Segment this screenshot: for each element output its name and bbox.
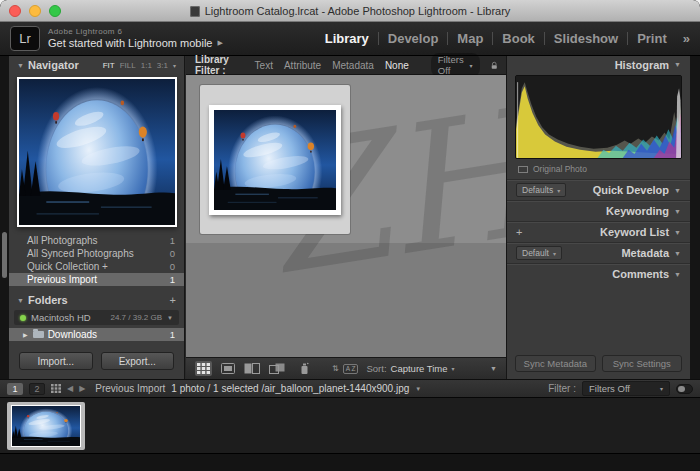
filter-preset-dropdown[interactable]: Filters Off ▾ — [431, 53, 480, 77]
filter-text[interactable]: Text — [255, 60, 273, 71]
filmstrip-thumbnail-cell[interactable] — [7, 402, 85, 450]
toolbar-content-chooser-icon[interactable]: ▼ — [490, 365, 497, 372]
view-toolbar: ⇅ A Z Sort: Capture Time ▾ ▼ — [186, 357, 506, 379]
histogram-panel-header[interactable]: Histogram ▼ — [507, 56, 690, 73]
second-window-button[interactable]: 2 — [29, 383, 45, 395]
breadcrumb-dropdown-icon[interactable]: ▼ — [415, 386, 421, 392]
filter-none[interactable]: None — [385, 60, 409, 71]
right-panel: Histogram ▼ Original Photo Defaults ▾ Qu… — [506, 56, 690, 379]
back-arrow-icon[interactable]: ◀ — [67, 384, 73, 393]
filter-toggle-switch[interactable] — [676, 384, 693, 394]
quick-develop-preset-dropdown[interactable]: Defaults ▾ — [516, 183, 566, 197]
keyword-list-panel-header[interactable]: + Keyword List ▼ — [507, 221, 690, 242]
module-print[interactable]: Print — [628, 31, 676, 46]
catalog-item-quick-collection[interactable]: Quick Collection + 0 — [9, 260, 184, 273]
module-book[interactable]: Book — [493, 31, 544, 46]
sort-controls: ⇅ A Z Sort: Capture Time ▾ — [332, 363, 455, 374]
volume-macintosh-hd[interactable]: Macintosh HD 24.7 / 39.2 GB ▼ — [14, 310, 179, 325]
grid-view-icon[interactable] — [195, 361, 212, 376]
quick-develop-panel-header[interactable]: Defaults ▾ Quick Develop ▼ — [507, 179, 690, 200]
navigator-panel-header[interactable]: ▼ Navigator FIT FILL 1:1 3:1 ▾ — [9, 56, 184, 74]
catalog-item-all-synced-photographs[interactable]: All Synced Photographs 0 — [9, 247, 184, 260]
disclosure-icon[interactable]: ▼ — [674, 61, 681, 68]
close-button[interactable] — [9, 5, 21, 17]
right-scrollbar-track[interactable] — [690, 56, 700, 379]
loupe-view-icon[interactable] — [221, 363, 235, 374]
zoom-fit[interactable]: FIT — [103, 61, 115, 70]
zoom-fill[interactable]: FILL — [120, 61, 136, 70]
navigator-preview-image — [19, 79, 175, 225]
filmstrip-thumbnail[interactable] — [11, 405, 81, 447]
disclosure-icon[interactable]: ▼ — [17, 297, 24, 304]
photo-image — [214, 110, 336, 210]
navigator-preview[interactable] — [17, 77, 177, 227]
metadata-preset-dropdown[interactable]: Default ▾ — [516, 246, 562, 260]
lightroom-logo: Lr — [10, 26, 40, 51]
sort-direction-icon[interactable]: ⇅ — [332, 364, 339, 373]
sync-settings-button[interactable]: Sync Settings — [602, 355, 683, 372]
panel-title-text: Comments — [612, 268, 669, 280]
catalog-item-label: All Photographs — [27, 235, 98, 246]
caret-icon[interactable]: ▾ — [452, 365, 455, 372]
painter-spray-icon[interactable] — [300, 362, 309, 375]
add-folder-button[interactable]: + — [170, 294, 176, 306]
filter-attribute[interactable]: Attribute — [284, 60, 321, 71]
disclosure-icon[interactable]: ▼ — [17, 62, 24, 69]
minimize-button[interactable] — [29, 5, 41, 17]
forward-arrow-icon[interactable]: ▶ — [79, 384, 85, 393]
histogram[interactable] — [515, 75, 682, 159]
metadata-panel-header[interactable]: Default ▾ Metadata ▼ — [507, 242, 690, 263]
folder-label: Downloads — [48, 329, 97, 340]
volume-disclosure-icon[interactable]: ▼ — [167, 315, 173, 321]
sync-metadata-button[interactable]: Sync Metadata — [515, 355, 596, 372]
zoom-button[interactable] — [49, 5, 61, 17]
main-window-button[interactable]: 1 — [7, 383, 23, 395]
module-develop[interactable]: Develop — [379, 31, 448, 46]
module-slideshow[interactable]: Slideshow — [545, 31, 627, 46]
sort-value-dropdown[interactable]: Capture Time — [391, 363, 448, 374]
folder-disclosure-icon[interactable]: ▶ — [23, 331, 28, 338]
volume-name: Macintosh HD — [31, 312, 91, 323]
catalog-item-count: 0 — [170, 261, 175, 272]
preset-value: Default — [522, 248, 549, 258]
add-keyword-button[interactable]: + — [516, 226, 522, 238]
left-scrollbar-track[interactable] — [0, 56, 9, 379]
keywording-panel-header[interactable]: Keywording ▼ — [507, 200, 690, 221]
comments-title: Comments ▼ — [612, 268, 681, 280]
zoom-ratio-caret-icon[interactable]: ▾ — [173, 62, 176, 69]
filmstrip-status-bar: 1 2 ◀ ▶ Previous Import 1 photo / 1 sele… — [0, 379, 700, 397]
catalog-item-previous-import[interactable]: Previous Import 1 — [9, 273, 184, 286]
photo-thumbnail[interactable] — [209, 105, 341, 215]
caret-icon: ▾ — [553, 250, 556, 257]
filter-metadata[interactable]: Metadata — [332, 60, 374, 71]
module-library[interactable]: Library — [316, 31, 378, 46]
zoom-1-1[interactable]: 1:1 — [141, 61, 152, 70]
export-button[interactable]: Export... — [101, 352, 175, 370]
source-breadcrumb[interactable]: Previous Import — [95, 383, 165, 394]
filmstrip-filter-dropdown[interactable]: Filters Off ▾ — [582, 381, 670, 396]
filter-lock-icon[interactable] — [491, 60, 498, 71]
disclosure-icon[interactable]: ▼ — [674, 250, 681, 257]
photo-cell[interactable] — [200, 85, 350, 234]
sort-az-badge[interactable]: A Z — [343, 364, 359, 374]
left-scrollbar-handle[interactable] — [2, 232, 7, 278]
zoom-ratio[interactable]: 3:1 — [157, 61, 168, 70]
disclosure-icon[interactable]: ▼ — [674, 187, 681, 194]
module-map[interactable]: Map — [448, 31, 492, 46]
folders-panel-header[interactable]: ▼ Folders + — [9, 292, 184, 308]
grid-shortcut-icon[interactable] — [51, 384, 61, 393]
folder-item-downloads[interactable]: ▶ Downloads 1 — [9, 328, 184, 341]
main-area: ▼ Navigator FIT FILL 1:1 3:1 ▾ All Photo… — [0, 56, 700, 379]
lightroom-mobile-promo-link[interactable]: Get started with Lightroom mobile ▶ — [48, 36, 223, 50]
comments-panel-header[interactable]: Comments ▼ — [507, 263, 690, 284]
compare-view-icon[interactable] — [244, 363, 260, 374]
survey-view-icon[interactable] — [269, 363, 285, 374]
import-button[interactable]: Import... — [19, 352, 93, 370]
catalog-item-all-photographs[interactable]: All Photographs 1 — [9, 234, 184, 247]
disclosure-icon[interactable]: ▼ — [674, 271, 681, 278]
disclosure-icon[interactable]: ▼ — [674, 229, 681, 236]
module-overflow-icon[interactable]: » — [676, 31, 690, 46]
catalog-item-label: All Synced Photographs — [27, 248, 134, 259]
disclosure-icon[interactable]: ▼ — [674, 208, 681, 215]
selection-info[interactable]: 1 photo / 1 selected /air_balloon_planet… — [171, 383, 409, 394]
